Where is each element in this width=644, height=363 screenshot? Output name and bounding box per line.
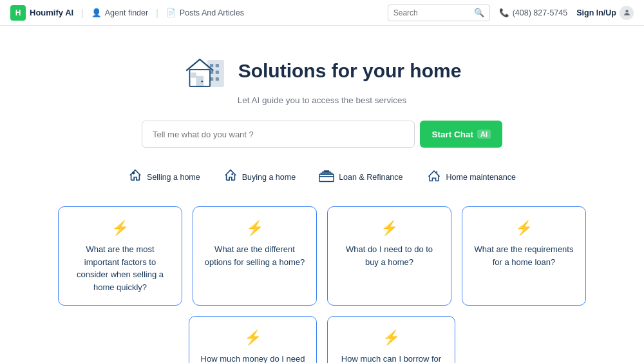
svg-rect-14 — [319, 174, 334, 181]
category-buying[interactable]: Buying a home — [223, 168, 296, 186]
svg-rect-10 — [191, 73, 196, 77]
nav-divider: | — [81, 8, 84, 18]
card-2[interactable]: ⚡ What are the different options for sel… — [193, 206, 317, 306]
posts-icon: 📄 — [166, 8, 176, 17]
card-5-text: How much money do I need to buy a home? — [200, 353, 306, 363]
cards-grid-row2: ⚡ How much money do I need to buy a home… — [58, 316, 586, 363]
ai-badge: AI — [477, 130, 491, 139]
card-4[interactable]: ⚡ What are the requirements for a home l… — [462, 206, 586, 306]
cards-section: ⚡ What are the most important factors to… — [45, 206, 599, 363]
lightning-icon-3: ⚡ — [381, 220, 398, 237]
selling-icon — [128, 168, 142, 186]
svg-point-12 — [133, 172, 135, 174]
svg-rect-2 — [210, 64, 213, 67]
categories-row: Selling a home Buying a home — [128, 168, 516, 186]
category-loan[interactable]: Loan & Refinance — [319, 168, 402, 186]
category-buying-label: Buying a home — [242, 173, 296, 182]
phone-icon: 📞 — [499, 8, 509, 17]
card-5[interactable]: ⚡ How much money do I need to buy a home… — [189, 316, 317, 363]
card-6-text: How much can I borrow for a home loan? — [338, 353, 444, 363]
chat-input-row: Start Chat AI — [142, 121, 502, 148]
hero-house-icon — [183, 52, 228, 90]
card-6[interactable]: ⚡ How much can I borrow for a home loan? — [327, 316, 455, 363]
svg-rect-5 — [215, 71, 218, 74]
nav-right: 🔍 📞 (408) 827-5745 Sign In/Up — [388, 5, 634, 21]
nav-link-agent-finder[interactable]: 👤 Agent finder — [91, 8, 148, 17]
svg-rect-3 — [215, 64, 218, 67]
category-selling[interactable]: Selling a home — [128, 168, 200, 186]
category-selling-label: Selling a home — [147, 173, 200, 182]
lightning-icon-6: ⚡ — [383, 329, 400, 346]
category-loan-label: Loan & Refinance — [339, 173, 402, 182]
nav-divider-2: | — [156, 8, 158, 18]
signin-button[interactable]: Sign In/Up — [576, 6, 634, 20]
category-maintenance-label: Home maintenance — [446, 173, 516, 182]
hero-subtitle: Let AI guide you to access the best serv… — [238, 95, 407, 105]
nav-link-posts-articles[interactable]: 📄 Posts And Articles — [166, 8, 244, 17]
card-3[interactable]: ⚡ What do I need to do to buy a home? — [327, 206, 451, 306]
search-icon: 🔍 — [474, 8, 484, 17]
logo-icon: H — [10, 5, 26, 21]
card-1[interactable]: ⚡ What are the most important factors to… — [58, 206, 182, 306]
loan-icon — [319, 168, 334, 186]
lightning-icon-1: ⚡ — [111, 220, 129, 237]
hero-section: Solutions for your home Let AI guide you… — [0, 26, 644, 363]
logo[interactable]: H Houmify AI — [10, 5, 73, 21]
cards-grid-row1: ⚡ What are the most important factors to… — [58, 206, 586, 306]
chat-input[interactable] — [142, 121, 415, 148]
category-maintenance[interactable]: Home maintenance — [426, 168, 516, 186]
svg-point-0 — [625, 10, 628, 12]
agent-finder-icon: 👤 — [91, 8, 102, 17]
lightning-icon-4: ⚡ — [515, 220, 533, 237]
search-input[interactable] — [393, 8, 471, 17]
svg-point-13 — [231, 173, 233, 175]
lightning-icon-5: ⚡ — [244, 329, 261, 346]
logo-label: Houmify AI — [30, 8, 73, 17]
buying-icon — [223, 168, 238, 186]
card-2-text: What are the different options for selli… — [204, 243, 306, 268]
svg-rect-7 — [215, 77, 218, 81]
avatar — [620, 6, 634, 20]
maintenance-icon — [426, 168, 442, 186]
card-3-text: What do I need to do to buy a home? — [338, 243, 440, 268]
phone-link[interactable]: 📞 (408) 827-5745 — [499, 8, 567, 17]
hero-title-row: Solutions for your home — [183, 52, 462, 90]
card-4-text: What are the requirements for a home loa… — [473, 243, 575, 268]
svg-point-11 — [201, 81, 203, 83]
start-chat-button[interactable]: Start Chat AI — [420, 121, 502, 148]
search-bar[interactable]: 🔍 — [388, 5, 490, 21]
navbar: H Houmify AI | 👤 Agent finder | 📄 Posts … — [0, 0, 644, 26]
lightning-icon-2: ⚡ — [246, 220, 263, 237]
card-1-text: What are the most important factors to c… — [69, 243, 171, 293]
hero-title: Solutions for your home — [238, 60, 462, 82]
